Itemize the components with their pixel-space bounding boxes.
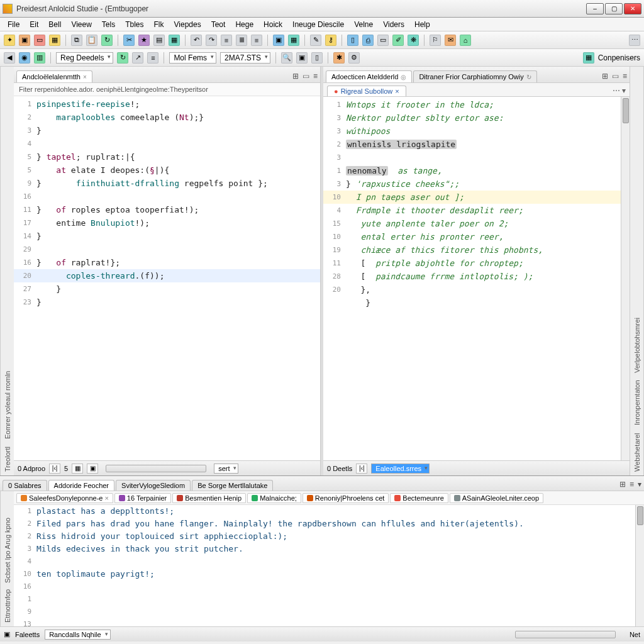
code-line[interactable]: 20 }, [323, 283, 621, 296]
code-line[interactable]: 9 [14, 606, 635, 618]
code-line[interactable]: 3Milds edecives in thack you strit putch… [14, 543, 635, 555]
new-icon[interactable]: ✦ [4, 35, 15, 46]
pin-icon[interactable]: ▭ [303, 72, 309, 80]
cut-icon[interactable]: ✂ [123, 35, 135, 46]
copy-icon[interactable]: ⧉ [71, 35, 82, 46]
bottom-scrollbar[interactable] [635, 505, 644, 626]
bottom-code-area[interactable]: 1plastact has a depplttonts!;2Filed pars… [14, 505, 635, 626]
left-tab-active[interactable]: Andcloëlelalenmtth × [16, 70, 92, 82]
code-line[interactable]: 28 [ paindcaume frrme intloptolis; ); [323, 270, 621, 283]
bottom-tab-2[interactable]: SviterVylogeSlediom [116, 480, 191, 491]
code-line[interactable]: 4 Frdmple it thooter desdaplit reer; [323, 204, 621, 217]
pin-icon[interactable]: ▭ [612, 72, 619, 80]
panel-icon[interactable]: ▯ [311, 52, 323, 64]
menu-teot[interactable]: Teot [208, 19, 230, 30]
left-tool-1[interactable]: Treolortl [4, 447, 11, 472]
menu-help[interactable]: Help [411, 19, 434, 30]
split-icon[interactable]: ⊞ [292, 72, 299, 80]
code-line[interactable]: 19 chiæce af thics fitorer this phobnts, [323, 243, 621, 257]
layers-icon[interactable]: ▥ [34, 52, 45, 64]
undo-icon[interactable]: ↶ [191, 35, 202, 46]
window-icon[interactable]: ▣ [296, 52, 308, 64]
code-line[interactable]: 2 maraploobles comeelaple (Nt);} [14, 111, 320, 124]
code-line[interactable]: 13 [14, 618, 635, 626]
bottom-tab-3[interactable]: Be Sorge Mertllalutake [192, 480, 273, 491]
open-icon[interactable]: ▣ [19, 35, 30, 46]
code-line[interactable]: 4 [14, 137, 320, 150]
menu-hoick[interactable]: Hoick [260, 19, 286, 30]
code-line[interactable]: 3} 'rapxustice cheeks";; [323, 177, 621, 191]
close-button[interactable]: ✕ [624, 3, 641, 14]
menu-view[interactable]: Vieew [67, 19, 95, 30]
code-line[interactable]: 17 entime Bnulupiot!); [14, 216, 320, 230]
code-line[interactable]: 5} taptel; ruplrat:|{ [14, 150, 320, 164]
code-line[interactable]: 1plastact has a depplttonts!; [14, 505, 635, 518]
code-line[interactable]: 11} of roples eptoa tooperfiat!); [14, 203, 320, 216]
brush-icon[interactable]: ✐ [392, 35, 404, 46]
target-combo[interactable]: Mol Fems [169, 52, 216, 64]
file-tab[interactable]: Bectemeunre [390, 493, 448, 503]
bottom-menu-icon[interactable]: ≡ [630, 480, 634, 489]
code-line[interactable]: 3Nerktor puldter sblty ertor ase: [323, 111, 621, 125]
flag-icon[interactable]: ⚐ [430, 35, 441, 46]
menu-file[interactable]: File [4, 19, 23, 30]
right-tool-1[interactable]: Webshetarel [633, 433, 641, 472]
code-line[interactable]: 1nenomaly as tange, [323, 164, 621, 177]
right-subtab[interactable]: ● Rigreal Subollow × [327, 86, 406, 96]
code-line[interactable]: 16 [14, 580, 635, 593]
code-line[interactable]: 3 [323, 151, 621, 164]
code-line[interactable]: 29 [14, 243, 320, 256]
code-line[interactable]: 3wúthipoos [323, 125, 621, 138]
file-tab[interactable]: Besmentien Henip [172, 493, 246, 503]
menu-viders[interactable]: Viders [379, 19, 408, 30]
config-combo[interactable]: Reg Deedels [56, 52, 113, 64]
refresh-icon[interactable]: ↻ [101, 35, 113, 46]
code-line[interactable]: 1 [14, 593, 635, 606]
status-device-combo[interactable]: Rancdalls Nqhile [45, 630, 111, 640]
bottom-left-bar[interactable]: Ettnottnfop Scbset lpo Arug kpno [0, 491, 14, 626]
pencil-icon[interactable]: ✎ [310, 35, 321, 46]
menu-icon[interactable]: ≡ [313, 72, 318, 80]
code-line[interactable]: 16 [14, 190, 320, 203]
mail-icon[interactable]: ✉ [445, 35, 456, 46]
menu-edit[interactable]: Eit [26, 19, 42, 30]
close-tab-icon[interactable]: ↻ [526, 74, 531, 80]
table-icon[interactable]: ▦ [288, 35, 299, 46]
code-line[interactable]: 27 } [14, 282, 320, 296]
bug-icon[interactable]: ✱ [333, 52, 345, 64]
status-btn-2[interactable]: ▦ [72, 464, 83, 474]
bottom-chevron-icon[interactable]: ▾ [638, 480, 641, 489]
search-icon[interactable]: 🔍 [281, 52, 292, 64]
code-line[interactable]: 1psinpestife-reepise!; [14, 97, 320, 111]
back-icon[interactable]: ◀ [4, 52, 15, 64]
code-line[interactable]: 16} of raplrat!}; [14, 256, 320, 269]
home-icon[interactable]: ⌂ [460, 35, 471, 46]
minimize-button[interactable]: – [586, 3, 604, 14]
gear-icon[interactable]: ⚙ [348, 52, 360, 64]
menu-flk[interactable]: Flk [150, 19, 168, 30]
file-tab[interactable]: 16 Terpainier [114, 493, 171, 503]
align-left-icon[interactable]: ≡ [221, 35, 232, 46]
code-line[interactable]: 23} [14, 296, 320, 309]
doc-icon[interactable]: ▯ [347, 35, 358, 46]
code-line[interactable]: 1Wntops it frooter in the ldca; [323, 98, 621, 111]
right-tool-3[interactable]: Verlpelobtohsmrei [633, 318, 641, 373]
code-line[interactable]: 2Filed pars has drad you hane flanger. N… [14, 518, 635, 530]
align-center-icon[interactable]: ≣ [236, 35, 247, 46]
code-line[interactable]: 2wnlenisls lriogslapite [323, 138, 621, 151]
right-scrollbar[interactable] [621, 97, 630, 460]
menu-tbles[interactable]: Tbles [121, 19, 147, 30]
code-line[interactable]: 3} [14, 124, 320, 137]
right-tab-2[interactable]: Ditraner Frior Carphiatiomny Owiy ↻ [413, 70, 536, 82]
file-tab[interactable]: ASainAGleoleLniter.ceop [450, 493, 543, 503]
code-line[interactable]: 5 at elate I deopes:(§|){ [14, 164, 320, 177]
leaf-icon[interactable]: ❋ [408, 35, 419, 46]
code-line[interactable]: 10ten toplimaute payrigt!; [14, 568, 635, 580]
key-icon[interactable]: ⚷ [325, 35, 336, 46]
left-toolwindow-bar[interactable]: Treolortl Eomrer yoleaul rromln [0, 67, 14, 475]
screen-icon[interactable]: ▭ [377, 35, 389, 46]
file-tab[interactable]: Renoniy|Phroelens cet [303, 493, 389, 503]
components-label[interactable]: Conpenisers [598, 53, 640, 62]
grid-icon[interactable]: ▦ [169, 35, 180, 46]
subtab-overflow-icon[interactable]: ⋯ ▾ [613, 86, 626, 96]
